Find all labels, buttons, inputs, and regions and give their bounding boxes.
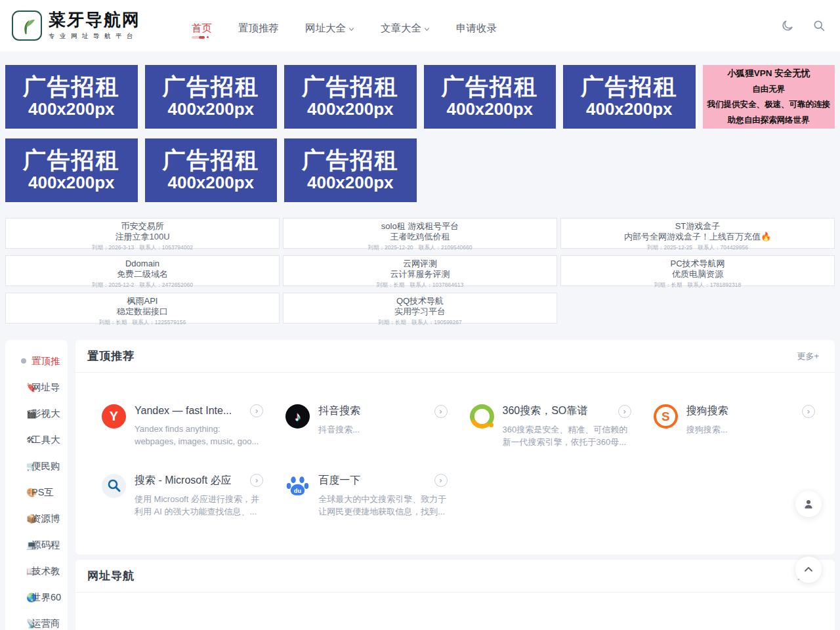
sidebar-item-pinned[interactable]: 置顶推 (5, 348, 68, 374)
text-ad-qq-tech[interactable]: QQ技术导航 实用学习平台 到期：长期 联系人：190599267 (283, 293, 557, 324)
ad-banner[interactable]: 广告招租 400x200px (284, 138, 417, 202)
arrow-right-icon[interactable]: › (618, 405, 631, 418)
ad-banner-line2: 400x200px (28, 99, 115, 119)
sidebar-item-tools[interactable]: 🛠 工具大 (5, 427, 68, 453)
back-to-top-button[interactable] (795, 556, 822, 583)
ad-banner[interactable]: 广告招租 400x200px (424, 65, 556, 129)
vpn-ad-line: 我们提供安全、极速、可靠的连接 (707, 97, 831, 112)
more-link[interactable]: 更多+ (797, 350, 819, 362)
logo-sprout-icon (12, 10, 42, 41)
ad-banner[interactable]: 广告招租 400x200px (5, 65, 138, 129)
section-title: 网址导航 (87, 568, 135, 583)
bing-search-icon (102, 474, 126, 498)
user-profile-button[interactable] (795, 491, 822, 517)
section-title: 置顶推荐 (87, 348, 135, 364)
sidebar-item-world60[interactable]: 🌏 世界60 (5, 584, 68, 610)
vpn-ad-banner[interactable]: 小狐狸VPN 安全无忧 自由无界 我们提供安全、极速、可靠的连接 助您自由探索网… (703, 65, 835, 129)
sidebar-item-ps[interactable]: 🎨 PS互 (5, 479, 68, 505)
nav-home-label: 首页 (192, 22, 212, 35)
sidebar-item-sourcecode[interactable]: 💻 源码程 (5, 532, 68, 558)
nav-home[interactable]: 首页 (192, 16, 212, 35)
sidebar-item-movies[interactable]: 🎬 影视大 (5, 400, 68, 427)
site-subtitle: 专业网址导航平台 (49, 32, 140, 41)
active-bullet-icon (21, 358, 26, 364)
sidebar-item-websites[interactable]: 🔖 网址导 (5, 374, 68, 400)
nav-submit[interactable]: 申请收录 (456, 16, 497, 35)
nav-pinned-label: 置顶推荐 (238, 22, 279, 35)
douyin-icon: ♪ (285, 404, 310, 429)
sogou-icon: S (654, 404, 678, 429)
ad-banner[interactable]: 广告招租 400x200px (145, 138, 278, 202)
person-icon (803, 498, 814, 510)
websites-section: 网址导航 更多+ (75, 560, 835, 630)
vpn-ad-line: 自由无界 (752, 82, 785, 97)
site-card-sogou[interactable]: S 搜狗搜索 › 搜狗搜索... (654, 404, 815, 449)
site-card-douyin[interactable]: ♪ 抖音搜索 › 抖音搜索... (285, 404, 447, 449)
arrow-right-icon[interactable]: › (434, 474, 448, 487)
chevron-down-icon (348, 26, 354, 32)
sidebar-item-tutorials[interactable]: 📖 技术教 (5, 558, 68, 584)
site-logo[interactable]: 菜牙导航网 专业网址导航平台 (12, 10, 140, 41)
ad-banner-line1: 广告招租 (23, 74, 120, 100)
arrow-right-icon[interactable]: › (250, 404, 263, 417)
site-card-360search[interactable]: 360搜索，SO靠谱 › 360搜索是安全、精准、可信赖的新一代搜索引擎，依托于… (470, 404, 631, 449)
text-ad-fengyu-api[interactable]: 枫雨API 稳定数据接口 到期：长期 联系人：1225579156 (5, 293, 280, 324)
arrow-right-icon[interactable]: › (434, 405, 448, 418)
category-sidebar: 置顶推 🔖 网址导 🎬 影视大 🛠 工具大 🛒 便民购 🎨 PS互 📦 资源博 … (5, 340, 68, 630)
arrow-right-icon[interactable]: › (250, 474, 263, 487)
ad-banner[interactable]: 广告招租 400x200px (563, 65, 696, 129)
chevron-down-icon (424, 26, 430, 32)
main-nav: 首页 置顶推荐 网址大全 文章大全 申请收录 (192, 16, 497, 35)
nav-articles[interactable]: 文章大全 (381, 16, 430, 35)
site-title: 菜牙导航网 (49, 10, 140, 30)
ad-banner[interactable]: 广告招租 400x200px (145, 65, 278, 129)
arrow-right-icon[interactable]: › (802, 405, 815, 418)
site-card-grid: Y Yandex — fast Inte... › Yandex finds a… (75, 373, 835, 518)
site-card-bing[interactable]: 搜索 - Microsoft 必应 › 使用 Microsoft 必应进行搜索，… (102, 474, 263, 518)
header: 菜牙导航网 专业网址导航平台 首页 置顶推荐 网址大全 文章大全 申请收录 (0, 0, 840, 51)
active-underline (192, 36, 209, 39)
nav-articles-label: 文章大全 (381, 22, 421, 35)
ad-banner[interactable]: 广告招租 400x200px (5, 138, 138, 202)
yandex-icon: Y (102, 404, 126, 429)
text-ad-grid: 币安交易所 注册立拿100U 到期：2026-3-13 联系人：10537940… (5, 218, 835, 324)
sidebar-item-resources[interactable]: 📦 资源博 (5, 505, 68, 532)
text-ad-binance[interactable]: 币安交易所 注册立拿100U 到期：2026-3-13 联系人：10537940… (5, 218, 280, 249)
baidu-paw-icon: du (285, 474, 310, 498)
text-ad-ddomain[interactable]: Ddomain 免费二级域名 到期：2025-12-2 联系人：24726520… (5, 255, 280, 286)
chevron-up-icon (803, 564, 814, 575)
ad-banner-grid: 广告招租 400x200px 广告招租 400x200px 广告招租 400x2… (5, 65, 835, 202)
text-ad-solo-rent[interactable]: solo租 游戏租号平台 王者吃鸡低价租 到期：2025-12-20 联系人：2… (283, 218, 557, 249)
search-icon[interactable] (812, 19, 826, 32)
svg-text:du: du (294, 488, 302, 494)
360-search-icon (470, 404, 494, 429)
ad-banner[interactable]: 广告招租 400x200px (284, 65, 417, 129)
text-ad-yunwang[interactable]: 云网评测 云计算服务评测 到期：长期 联系人：1037864613 (283, 255, 557, 286)
text-ad-pc-tech[interactable]: PC技术导航网 优质电脑资源 到期：长期 联系人：1781892318 (560, 255, 835, 286)
site-card-baidu[interactable]: du 百度一下 › 全球最大的中文搜索引擎、致力于让网民更便捷地获取信息，找到.… (285, 474, 447, 518)
header-icons (781, 19, 826, 32)
nav-pinned[interactable]: 置顶推荐 (238, 16, 279, 35)
text-ad-st-gamebox[interactable]: ST游戏盒子 内部号全网游戏盒子！上线百万充值🔥 到期：2025-12-25 联… (560, 218, 835, 249)
sidebar-item-operators[interactable]: 📡 运营商 (5, 610, 68, 630)
nav-sites-label: 网址大全 (305, 22, 346, 35)
logo-text: 菜牙导航网 专业网址导航平台 (49, 10, 140, 41)
nav-sites[interactable]: 网址大全 (305, 16, 354, 35)
vpn-ad-line: 助您自由探索网络世界 (728, 113, 810, 128)
site-card-yandex[interactable]: Y Yandex — fast Inte... › Yandex finds a… (102, 404, 263, 449)
dark-mode-moon-icon[interactable] (781, 19, 794, 32)
nav-submit-label: 申请收录 (456, 22, 497, 35)
vpn-ad-line: 小狐狸VPN 安全无忧 (727, 66, 810, 82)
sidebar-item-shopping[interactable]: 🛒 便民购 (5, 453, 68, 479)
pinned-section: 置顶推荐 更多+ Y Yandex — fast Inte... › Yande… (75, 340, 835, 555)
